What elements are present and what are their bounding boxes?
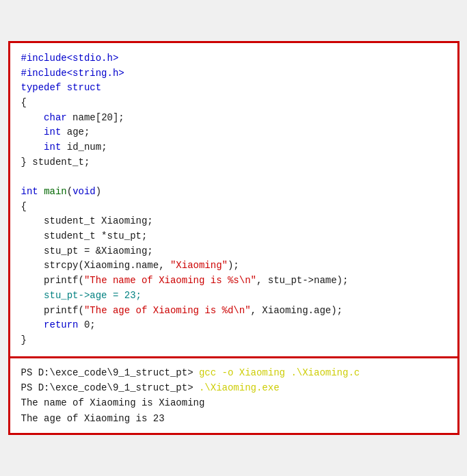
code-line: stu_pt = &Xiaoming; bbox=[21, 244, 446, 259]
code-span: name[20]; bbox=[67, 112, 124, 123]
code-span: } student_t; bbox=[21, 157, 90, 168]
terminal-cmd: gcc -o Xiaoming .\Xiaoming.c bbox=[199, 367, 360, 378]
code-line: { bbox=[21, 96, 446, 111]
terminal-line: PS D:\exce_code\9_1_struct_pt> gcc -o Xi… bbox=[21, 365, 446, 380]
code-span: id_num; bbox=[61, 142, 107, 153]
code-span: int bbox=[44, 127, 61, 137]
code-section: #include<stdio.h> #include<string.h> typ… bbox=[10, 43, 457, 358]
code-span: int bbox=[21, 186, 38, 197]
code-line: int main(void) bbox=[21, 185, 446, 200]
code-span: printf( bbox=[21, 275, 84, 286]
code-line: student_t *stu_pt; bbox=[21, 229, 446, 244]
code-line: student_t Xiaoming; bbox=[21, 214, 446, 229]
code-span: void bbox=[72, 186, 96, 197]
code-span: int bbox=[44, 142, 61, 153]
code-line: #include<string.h> bbox=[21, 66, 446, 81]
code-line: stu_pt->age = 23; bbox=[21, 289, 446, 304]
code-span: "The name of Xiaoming is %s\n" bbox=[84, 275, 256, 286]
code-span bbox=[21, 127, 44, 137]
main-container: #include<stdio.h> #include<string.h> typ… bbox=[8, 41, 459, 435]
code-line: { bbox=[21, 200, 446, 215]
code-span: ) bbox=[96, 186, 101, 197]
code-span: strcpy(Xiaoming.name, bbox=[21, 260, 170, 271]
code-line: #include<stdio.h> bbox=[21, 51, 446, 66]
code-span: #include<stdio.h> bbox=[21, 53, 119, 64]
code-span: char bbox=[44, 112, 67, 123]
code-line: strcpy(Xiaoming.name, "Xiaoming"); bbox=[21, 259, 446, 274]
terminal-output-2: The age of Xiaoming is 23 bbox=[21, 411, 446, 426]
code-span bbox=[21, 112, 44, 123]
terminal-path: PS D:\exce_code\9_1_struct_pt> bbox=[21, 382, 199, 393]
code-span: } bbox=[21, 334, 27, 345]
code-span: ); bbox=[228, 260, 239, 271]
code-span: { bbox=[21, 97, 27, 108]
terminal-exe: .\Xiaoming.exe bbox=[199, 382, 280, 393]
code-span: printf( bbox=[21, 305, 84, 316]
code-span: "The age of Xiaoming is %d\n" bbox=[84, 305, 251, 316]
code-span: return bbox=[44, 319, 78, 330]
code-span: student_t Xiaoming; bbox=[21, 215, 153, 226]
code-span: ( bbox=[67, 186, 72, 197]
code-span: stu_pt->age = 23; bbox=[21, 290, 142, 301]
code-line: printf("The age of Xiaoming is %d\n", Xi… bbox=[21, 304, 446, 319]
code-line: } bbox=[21, 333, 446, 348]
code-line bbox=[21, 170, 446, 185]
code-span: { bbox=[21, 201, 27, 212]
terminal-line: PS D:\exce_code\9_1_struct_pt> .\Xiaomin… bbox=[21, 380, 446, 395]
code-span bbox=[21, 319, 44, 330]
code-line: int id_num; bbox=[21, 140, 446, 155]
code-span: 0; bbox=[79, 319, 96, 330]
code-span: "Xiaoming" bbox=[170, 260, 228, 271]
code-span: , stu_pt->name); bbox=[256, 275, 348, 286]
code-span: student_t *stu_pt; bbox=[21, 230, 148, 241]
code-span: age; bbox=[61, 127, 90, 137]
code-line: return 0; bbox=[21, 318, 446, 333]
terminal-output-1: The name of Xiaoming is Xiaoming bbox=[21, 395, 446, 410]
code-line: printf("The name of Xiaoming is %s\n", s… bbox=[21, 274, 446, 289]
code-span bbox=[38, 186, 44, 197]
code-span bbox=[21, 142, 44, 153]
code-line: typedef struct bbox=[21, 81, 446, 96]
code-span: #include<string.h> bbox=[21, 68, 124, 79]
terminal-path: PS D:\exce_code\9_1_struct_pt> bbox=[21, 367, 199, 378]
code-span: stu_pt = &Xiaoming; bbox=[21, 246, 153, 256]
code-line: } student_t; bbox=[21, 155, 446, 170]
code-line: int age; bbox=[21, 125, 446, 140]
code-span: typedef struct bbox=[21, 82, 102, 93]
code-span: main bbox=[44, 186, 67, 197]
code-span: , Xiaoming.age); bbox=[251, 305, 343, 316]
terminal-section: PS D:\exce_code\9_1_struct_pt> gcc -o Xi… bbox=[10, 358, 457, 434]
code-line: char name[20]; bbox=[21, 111, 446, 126]
